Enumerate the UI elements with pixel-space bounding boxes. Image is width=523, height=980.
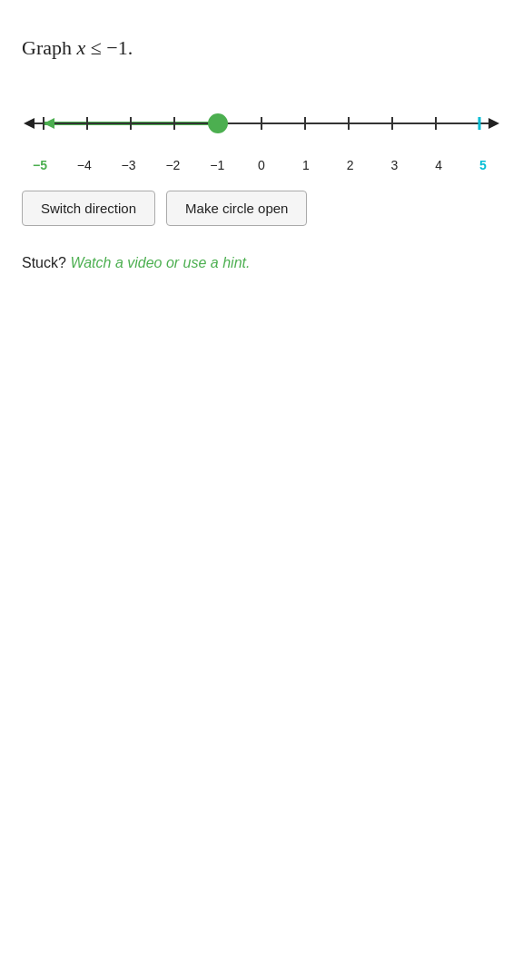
hint-link[interactable]: Watch a video or use a hint. [70, 255, 250, 270]
label-4: 4 [420, 158, 457, 172]
label-neg1: −1 [199, 158, 235, 172]
label-neg4: −4 [66, 158, 103, 172]
label-neg5: −5 [22, 158, 58, 172]
label-1: 1 [288, 158, 324, 172]
number-labels: −5 −4 −3 −2 −1 0 1 2 3 4 5 [22, 154, 501, 172]
label-5: 5 [465, 158, 501, 172]
stuck-label: Stuck? [22, 255, 66, 270]
number-line-container: −5 −4 −3 −2 −1 0 1 2 3 4 5 [22, 96, 501, 169]
label-neg3: −3 [111, 158, 147, 172]
number-line-svg [22, 96, 501, 151]
svg-marker-13 [44, 118, 54, 129]
label-3: 3 [376, 158, 412, 172]
point-circle [209, 114, 227, 132]
make-circle-open-button[interactable]: Make circle open [166, 191, 307, 226]
page-container: Graph x ≤ −1. [0, 0, 523, 308]
switch-direction-button[interactable]: Switch direction [22, 191, 155, 226]
stuck-row: Stuck? Watch a video or use a hint. [22, 255, 501, 271]
problem-title: Graph x ≤ −1. [22, 36, 501, 60]
label-neg2: −2 [154, 158, 191, 172]
label-0: 0 [243, 158, 280, 172]
label-2: 2 [332, 158, 369, 172]
buttons-row: Switch direction Make circle open [22, 191, 501, 226]
